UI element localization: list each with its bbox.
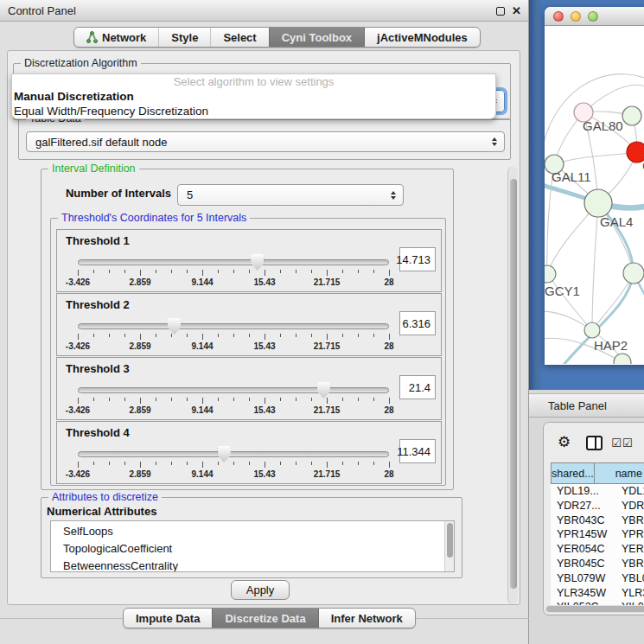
- node-right-mid[interactable]: [623, 263, 644, 284]
- node-gal4[interactable]: [584, 189, 612, 217]
- gear-icon[interactable]: ⚙: [558, 435, 571, 450]
- top-tab-bar: Network Style Select Cyni Toolbox jActiv…: [73, 27, 481, 48]
- node-red-selected[interactable]: [627, 142, 644, 163]
- dropdown-option-equal-width[interactable]: Equal Width/Frequency Discretization: [12, 104, 495, 118]
- table-row[interactable]: YLR345WYLR34: [551, 586, 644, 601]
- node-label-gcy1: GCY1: [545, 284, 580, 298]
- float-window-icon[interactable]: [496, 7, 505, 16]
- tab-discretize-data[interactable]: Discretize Data: [212, 609, 317, 628]
- table-row[interactable]: YDL19...YDL19: [551, 484, 644, 499]
- select-columns-icon[interactable]: ☑☑: [611, 437, 633, 450]
- minimize-traffic-light-icon[interactable]: [571, 11, 581, 22]
- cyni-toolbox-content: Discretization Algorithm Select algorith…: [7, 50, 520, 605]
- table-toolbar: ⚙ ☑☑: [544, 430, 644, 456]
- threshold-4-label: Threshold 4: [66, 426, 130, 439]
- table-data-combobox[interactable]: galFiltered.sif default node: [26, 131, 505, 152]
- list-item[interactable]: BetweennessCentrality: [63, 558, 454, 572]
- table-panel-title: Table Panel: [529, 399, 607, 412]
- table-row[interactable]: YER054CYER05: [551, 542, 644, 557]
- group-title-discretization-algorithm: Discretization Algorithm: [21, 57, 141, 69]
- group-title-thresholds: Threshold's Coordinates for 5 Intervals: [58, 212, 250, 224]
- split-columns-icon[interactable]: [586, 436, 603, 450]
- table-header-row: shared... name: [551, 462, 644, 484]
- node-label-gal11: GAL11: [552, 169, 591, 184]
- tab-impute-data[interactable]: Impute Data: [124, 609, 212, 628]
- number-of-intervals-label: Number of Intervals: [41, 187, 171, 200]
- table-rows[interactable]: YDL19...YDL19 YDR27...YDR27 YBR043CYBR04…: [551, 484, 644, 605]
- threshold-4-slider[interactable]: -3.4262.8599.14415.4321.71528: [78, 444, 389, 482]
- interval-definition-group: Interval Definition Number of Intervals …: [41, 169, 454, 490]
- list-item[interactable]: SelfLoops: [63, 523, 454, 540]
- slider-thumb[interactable]: [218, 446, 231, 462]
- threshold-4-value-field[interactable]: 11.344: [399, 439, 436, 463]
- table-panel-titlebar: Table Panel: [529, 393, 644, 418]
- table-row[interactable]: YPR145WYPR14: [551, 527, 644, 542]
- threshold-2-value-field[interactable]: 6.316: [399, 311, 436, 335]
- tab-cyni-toolbox[interactable]: Cyni Toolbox: [269, 28, 364, 47]
- threshold-3-label: Threshold 3: [66, 362, 130, 375]
- threshold-1-slider[interactable]: -3.4262.8599.14415.4321.71528: [78, 252, 389, 290]
- tab-style[interactable]: Style: [158, 28, 210, 47]
- close-traffic-light-icon[interactable]: [553, 11, 564, 22]
- slider-thumb[interactable]: [317, 382, 330, 399]
- tab-select[interactable]: Select: [210, 28, 268, 47]
- combo-spinner-icon: [492, 137, 497, 146]
- list-scrollbar[interactable]: [444, 521, 454, 571]
- zoom-traffic-light-icon[interactable]: [588, 11, 598, 22]
- screen: Control Panel ✕ Network Style Select Cyn…: [0, 0, 644, 644]
- node-table: shared... name YDL19...YDL19 YDR27...YDR…: [551, 462, 644, 605]
- slider-thumb[interactable]: [251, 254, 264, 271]
- attributes-group: Attributes to discretize Numerical Attri…: [41, 497, 462, 578]
- network-canvas[interactable]: GAL80 GAL11 GAL4 GCY1 HAP2 GA C H: [545, 26, 644, 364]
- algorithm-dropdown-popup: Select algorithm to view settings Manual…: [11, 73, 496, 119]
- threshold-1-card: Threshold 1 -3.4262.8599.14415.4321.7152…: [56, 229, 442, 292]
- table-row[interactable]: YDR27...YDR27: [551, 499, 644, 513]
- bottom-tab-bar: Impute Data Discretize Data Infer Networ…: [0, 608, 529, 635]
- numerical-attributes-list[interactable]: SelfLoops TopologicalCoefficient Between…: [50, 520, 455, 572]
- threshold-2-slider[interactable]: -3.4262.8599.14415.4321.71528: [78, 316, 389, 354]
- table-panel-container: ⚙ ☑☑ shared... name YDL19...YDL19 YDR27.…: [543, 422, 644, 615]
- node-bottom-partial[interactable]: [614, 354, 631, 364]
- threshold-4-card: Threshold 4 -3.4262.8599.14415.4321.7152…: [56, 421, 442, 484]
- threshold-2-card: Threshold 2 -3.4262.8599.14415.4321.7152…: [56, 293, 442, 356]
- threshold-1-value-field[interactable]: 14.713: [399, 247, 436, 271]
- group-title-attributes: Attributes to discretize: [48, 491, 162, 503]
- combo-spinner-icon: [391, 191, 396, 200]
- threshold-3-slider[interactable]: -3.4262.8599.14415.4321.71528: [78, 380, 389, 418]
- threshold-3-card: Threshold 3 -3.4262.8599.14415.4321.7152…: [56, 357, 442, 420]
- number-of-intervals-combobox[interactable]: 5: [177, 184, 404, 206]
- numerical-attributes-label: Numerical Attributes: [47, 505, 156, 518]
- tab-infer-network[interactable]: Infer Network: [318, 609, 415, 628]
- group-title-interval-definition: Interval Definition: [48, 163, 139, 175]
- tab-network[interactable]: Network: [74, 28, 158, 47]
- table-horizontal-scrollbar[interactable]: [545, 605, 644, 613]
- control-panel-window: Control Panel ✕ Network Style Select Cyn…: [0, 0, 529, 644]
- node-label-hap2: HAP2: [594, 338, 628, 353]
- content-scrollbar[interactable]: [507, 167, 518, 604]
- node-label-gal80: GAL80: [583, 118, 623, 133]
- table-data-group: Table Data galFiltered.sif default node: [18, 118, 511, 160]
- table-row[interactable]: YBR045CYBR04: [551, 557, 644, 571]
- node-partial-top-right[interactable]: [622, 106, 641, 125]
- panel-title: Control Panel: [0, 4, 76, 17]
- column-header-name[interactable]: name: [595, 462, 644, 484]
- close-panel-icon[interactable]: ✕: [512, 7, 521, 16]
- thresholds-group: Threshold's Coordinates for 5 Intervals …: [50, 218, 446, 486]
- table-row[interactable]: YBL079WYBL07: [551, 571, 644, 586]
- apply-button[interactable]: Apply: [231, 580, 290, 600]
- network-window-titlebar[interactable]: [545, 7, 644, 26]
- threshold-3-value-field[interactable]: 21.4: [399, 375, 436, 399]
- list-item[interactable]: TopologicalCoefficient: [63, 540, 454, 558]
- dropdown-hint-item: Select algorithm to view settings: [12, 74, 495, 89]
- dropdown-option-manual[interactable]: Manual Discretization: [12, 89, 495, 104]
- node-hap2[interactable]: [584, 322, 600, 338]
- tab-jactivemnodules[interactable]: jActiveMNodules: [364, 28, 480, 47]
- table-row[interactable]: YBR043CYBR04: [551, 513, 644, 528]
- column-header-shared-name[interactable]: shared...: [551, 462, 595, 484]
- control-panel-titlebar: Control Panel ✕: [0, 0, 528, 22]
- network-view-frame: GAL80 GAL11 GAL4 GCY1 HAP2 GA C H: [529, 0, 644, 390]
- node-label-gal4: GAL4: [600, 214, 633, 229]
- node-gcy1[interactable]: [545, 265, 556, 283]
- threshold-2-label: Threshold 2: [66, 298, 130, 311]
- slider-thumb[interactable]: [168, 318, 181, 335]
